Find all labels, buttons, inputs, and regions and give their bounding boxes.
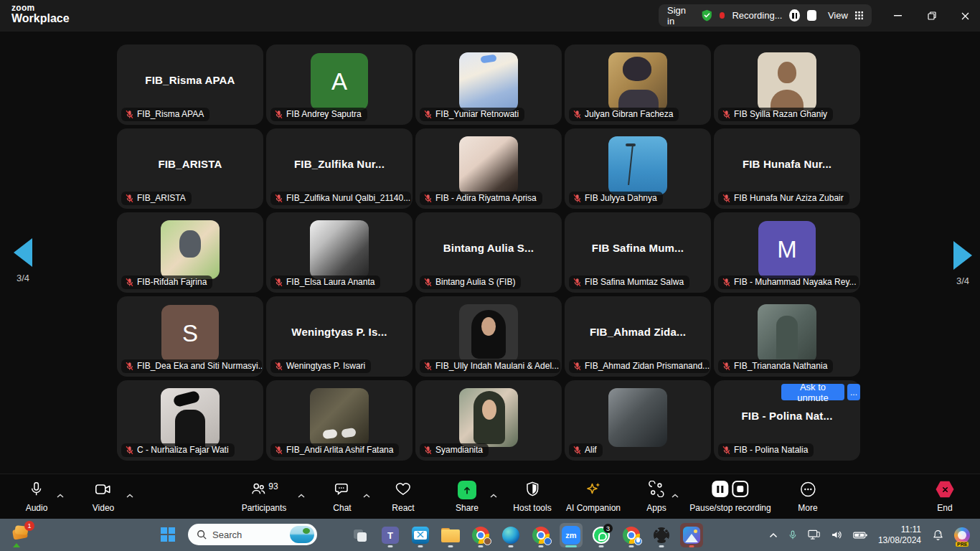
participant-tile[interactable]: FIB Hunafa Nur... FIB Hunafa Nur Aziza Z… <box>714 128 860 209</box>
ai-companion-button[interactable]: AI Companion <box>566 481 621 513</box>
participant-tile[interactable]: FIB Syilla Razan Ghaniy <box>714 44 860 125</box>
show-hidden-icons-button[interactable] <box>764 519 783 551</box>
tray-microphone-icon[interactable] <box>783 519 803 551</box>
participants-options-caret[interactable] <box>298 488 305 501</box>
ask-to-unmute-button[interactable]: Ask to unmute <box>781 384 844 400</box>
muted-mic-icon <box>125 362 134 371</box>
chat-bubble-icon <box>334 481 350 497</box>
participant-tile[interactable]: FIB_Yuniar Retnowati <box>415 44 562 125</box>
window-restore-button[interactable] <box>915 0 948 32</box>
host-tools-button[interactable]: Host tools <box>513 481 551 513</box>
participant-tile[interactable]: FIB_Triananda Nathania <box>714 296 860 377</box>
participant-avatar: S <box>161 305 219 362</box>
chrome-profile3-icon[interactable] <box>620 523 643 547</box>
file-explorer-icon[interactable] <box>439 523 462 547</box>
next-page-arrow-icon[interactable] <box>953 241 972 270</box>
chrome-profile1-icon[interactable] <box>469 523 492 547</box>
participant-tile[interactable]: Alif <box>565 380 711 461</box>
audio-options-caret[interactable] <box>57 488 64 501</box>
zoom-app-icon[interactable]: zm <box>560 523 583 547</box>
previous-page-arrow-icon[interactable] <box>14 238 32 267</box>
participants-button[interactable]: 93 Participants <box>242 481 287 513</box>
participant-photo <box>758 52 816 111</box>
previous-page-nav[interactable]: 3/4 <box>9 238 37 283</box>
tray-display-icon[interactable] <box>803 519 826 551</box>
end-meeting-icon <box>936 481 954 498</box>
stop-recording-button[interactable] <box>807 10 816 21</box>
participant-tile[interactable]: A FIB Andrey Saputra <box>266 44 413 125</box>
participant-tile[interactable]: S FIB_Dea Eka and Siti Nurmasyi... <box>117 296 263 377</box>
participant-tile[interactable]: Syamdianita <box>415 380 562 461</box>
participant-tile[interactable]: FIB_ARISTA FIB_ARISTA <box>117 128 263 209</box>
stop-recording-icon-button[interactable] <box>732 481 749 497</box>
tray-volume-icon[interactable] <box>826 519 848 551</box>
view-button[interactable]: View <box>828 10 848 21</box>
photos-app-icon[interactable] <box>680 523 703 547</box>
edge-browser-icon[interactable] <box>499 523 522 547</box>
participant-tile[interactable]: FIB-Rifdah Fajrina <box>117 212 263 293</box>
chrome-profile2-icon[interactable] <box>529 523 552 547</box>
chat-button[interactable]: Chat <box>333 481 351 513</box>
pause-recording-button[interactable] <box>789 9 800 22</box>
participant-label: Bintang Aulia S (FIB) <box>420 276 521 289</box>
teams-app-icon[interactable]: T <box>379 523 402 547</box>
search-highlight-image[interactable] <box>290 526 314 543</box>
participant-label: FIB Julyya Dahnya <box>569 192 663 205</box>
share-screen-button[interactable]: Share <box>456 481 479 513</box>
task-view-button[interactable] <box>349 523 372 547</box>
participant-tile[interactable]: Julyan Gibran Facheza <box>565 44 711 125</box>
participant-tile[interactable]: FIB_Ahmad Zida... FIB_Ahmad Zidan Prisma… <box>565 296 711 377</box>
apps-options-caret[interactable] <box>672 488 679 501</box>
start-button[interactable] <box>161 527 176 542</box>
more-button[interactable]: More <box>798 481 817 513</box>
participant-tile[interactable]: FIB_Ully Indah Maulani & Adel... <box>415 296 562 377</box>
participant-tile[interactable]: FIB Safina Mum... FIB Safina Mumtaz Salw… <box>565 212 711 293</box>
audio-button[interactable]: Audio <box>26 481 48 513</box>
window-close-button[interactable] <box>948 0 980 32</box>
muted-mic-icon <box>274 446 283 455</box>
participant-avatar: M <box>758 221 816 278</box>
participants-icon <box>250 481 266 497</box>
participant-tile[interactable]: FIB_Elsa Laura Ananta <box>266 212 413 293</box>
participant-tile[interactable]: C - Nurhaliza Fajar Wati <box>117 380 263 461</box>
search-input[interactable]: Search <box>188 524 317 545</box>
video-camera-icon <box>95 481 112 498</box>
tray-battery-icon[interactable] <box>848 519 872 551</box>
window-minimize-button[interactable] <box>881 0 914 32</box>
apps-button[interactable]: Apps <box>646 481 666 513</box>
next-page-nav[interactable]: 3/4 <box>948 241 977 286</box>
participant-tile[interactable]: Weningtyas P. Is... Weningtyas P. Iswari <box>266 296 413 377</box>
participant-label: FIB_ARISTA <box>121 192 192 205</box>
participant-tile[interactable]: FIB_Andi Arlita Ashif Fatana <box>266 380 413 461</box>
muted-mic-icon <box>274 278 283 287</box>
settings-app-icon[interactable] <box>650 523 673 547</box>
participant-tile[interactable]: FIB_Zulfika Nur... FIB_Zulfika Nurul Qal… <box>266 128 413 209</box>
recording-label: Recording... <box>732 10 782 21</box>
share-options-caret[interactable] <box>490 488 497 501</box>
pause-recording-icon-button[interactable] <box>712 481 729 497</box>
react-button[interactable]: React <box>392 481 414 513</box>
video-button[interactable]: Video <box>93 481 114 513</box>
participant-tile[interactable]: FIB_Risma APAA FIB_Risma APAA <box>117 44 263 125</box>
participant-tile[interactable]: M FIB - Muhammad Nayaka Rey... <box>714 212 860 293</box>
end-meeting-button[interactable]: End <box>936 481 954 513</box>
widgets-button[interactable]: 1 <box>11 524 32 545</box>
participant-label: FIB_Risma APAA <box>121 108 209 121</box>
zoom-workplace-logo: zoom Workplace <box>11 4 70 24</box>
notification-bell-icon[interactable]: z <box>927 519 949 551</box>
participant-tile[interactable]: FIB - Adira Riyatma Aprisa <box>415 128 562 209</box>
mail-app-icon[interactable] <box>409 523 432 547</box>
chat-options-caret[interactable] <box>363 488 370 501</box>
participant-tile[interactable]: Bintang Aulia S... Bintang Aulia S (FIB) <box>415 212 562 293</box>
unmute-more-options-button[interactable]: ... <box>847 384 860 400</box>
search-icon <box>197 529 207 540</box>
taskbar-clock[interactable]: 11:11 13/08/2024 <box>872 524 927 546</box>
sign-in-button[interactable]: Sign in <box>667 5 692 27</box>
muted-mic-icon <box>722 278 731 287</box>
participant-tile[interactable]: FIB Julyya Dahnya <box>565 128 711 209</box>
whatsapp-icon[interactable]: 3 <box>590 523 613 547</box>
video-options-caret[interactable] <box>126 488 133 501</box>
more-ellipsis-icon <box>799 481 816 498</box>
copilot-button[interactable]: PRE <box>949 519 980 551</box>
gallery-view-grid-icon[interactable] <box>855 11 863 20</box>
